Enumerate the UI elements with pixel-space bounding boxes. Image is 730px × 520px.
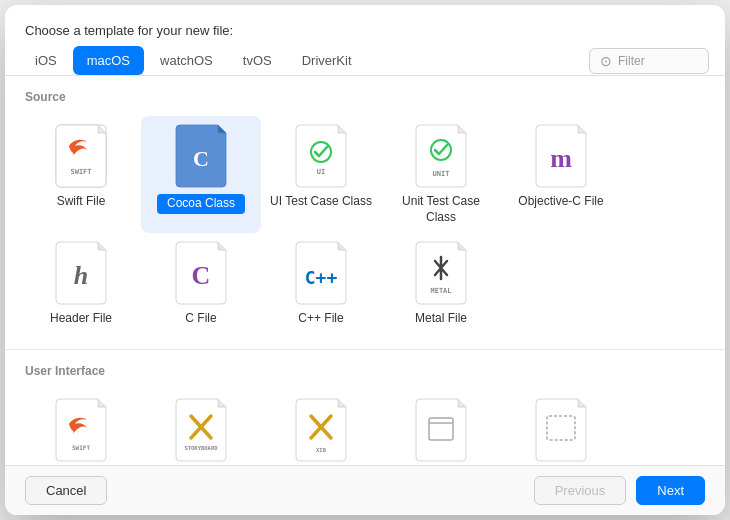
source-section-header: Source xyxy=(5,80,725,110)
svg-text:SWIFT: SWIFT xyxy=(70,168,91,176)
objc-icon: m xyxy=(535,124,587,188)
template-objective-c[interactable]: m Objective-C File xyxy=(501,116,621,233)
svg-text:XIB: XIB xyxy=(316,447,327,453)
application-icon: XIB xyxy=(295,398,347,462)
swift-file-label: Swift File xyxy=(57,194,106,210)
footer-right: Previous Next xyxy=(534,476,705,505)
cocoa-class-icon: C xyxy=(175,124,227,188)
tab-tvos[interactable]: tvOS xyxy=(229,46,286,75)
template-swift-file[interactable]: SWIFT Swift File xyxy=(21,116,141,233)
dialog-footer: Cancel Previous Next xyxy=(5,465,725,515)
source-grid: SWIFT Swift File C Cocoa Class xyxy=(5,110,725,345)
tab-driverkit[interactable]: DriverKit xyxy=(288,46,366,75)
ui-section-header: User Interface xyxy=(5,354,725,384)
unit-test-icon: UNIT xyxy=(415,124,467,188)
svg-text:UNIT: UNIT xyxy=(433,170,450,178)
template-swiftui-view[interactable]: SWIFT SwiftUI View xyxy=(21,390,141,465)
swift-file-icon: SWIFT xyxy=(55,124,107,188)
ui-test-case-label: UI Test Case Class xyxy=(270,194,372,210)
c-file-label: C File xyxy=(185,311,216,327)
ui-grid: SWIFT SwiftUI View STORYBOARD xyxy=(5,384,725,465)
template-ui-test-case[interactable]: UI UI Test Case Class xyxy=(261,116,381,233)
svg-text:C++: C++ xyxy=(305,267,338,288)
cpp-label: C++ File xyxy=(298,311,343,327)
filter-placeholder: Filter xyxy=(618,54,645,68)
template-window[interactable]: Window xyxy=(381,390,501,465)
svg-text:h: h xyxy=(74,261,88,290)
header-label: Header File xyxy=(50,311,112,327)
swiftui-icon: SWIFT xyxy=(55,398,107,462)
cocoa-class-label: Cocoa Class xyxy=(157,194,245,214)
window-icon xyxy=(415,398,467,462)
cancel-button[interactable]: Cancel xyxy=(25,476,107,505)
next-button[interactable]: Next xyxy=(636,476,705,505)
svg-text:C: C xyxy=(192,261,211,290)
header-icon: h xyxy=(55,241,107,305)
metal-icon: METAL xyxy=(415,241,467,305)
new-file-dialog: Choose a template for your new file: iOS… xyxy=(5,5,725,515)
template-cocoa-class[interactable]: C Cocoa Class xyxy=(141,116,261,233)
svg-text:SWIFT: SWIFT xyxy=(72,444,90,451)
template-cpp-file[interactable]: C++ C++ File xyxy=(261,233,381,335)
unit-test-case-label: Unit Test Case Class xyxy=(387,194,495,225)
tab-ios[interactable]: iOS xyxy=(21,46,71,75)
view-icon xyxy=(535,398,587,462)
filter-icon: ⊙ xyxy=(600,53,612,69)
template-view[interactable]: View xyxy=(501,390,621,465)
template-c-file[interactable]: C C File xyxy=(141,233,261,335)
cpp-icon: C++ xyxy=(295,241,347,305)
template-storyboard[interactable]: STORYBOARD Storyboard xyxy=(141,390,261,465)
section-divider xyxy=(5,349,725,350)
template-header-file[interactable]: h Header File xyxy=(21,233,141,335)
template-metal-file[interactable]: METAL Metal File xyxy=(381,233,501,335)
svg-text:STORYBOARD: STORYBOARD xyxy=(184,445,218,451)
template-content: Source SWIFT Swift File xyxy=(5,76,725,465)
ui-test-icon: UI xyxy=(295,124,347,188)
metal-label: Metal File xyxy=(415,311,467,327)
c-file-icon2: C xyxy=(175,241,227,305)
svg-text:m: m xyxy=(550,144,572,173)
svg-text:METAL: METAL xyxy=(430,287,451,295)
tab-watchos[interactable]: watchOS xyxy=(146,46,227,75)
platform-tabs: iOS macOS watchOS tvOS DriverKit ⊙ Filte… xyxy=(5,46,725,76)
filter-input[interactable]: ⊙ Filter xyxy=(589,48,709,74)
template-unit-test-case[interactable]: UNIT Unit Test Case Class xyxy=(381,116,501,233)
objc-label: Objective-C File xyxy=(518,194,603,210)
svg-text:UI: UI xyxy=(317,168,325,176)
tab-macos[interactable]: macOS xyxy=(73,46,144,75)
storyboard-icon: STORYBOARD xyxy=(175,398,227,462)
previous-button[interactable]: Previous xyxy=(534,476,627,505)
template-application[interactable]: XIB Application xyxy=(261,390,381,465)
svg-text:C: C xyxy=(193,146,209,171)
dialog-prompt: Choose a template for your new file: xyxy=(5,5,725,46)
